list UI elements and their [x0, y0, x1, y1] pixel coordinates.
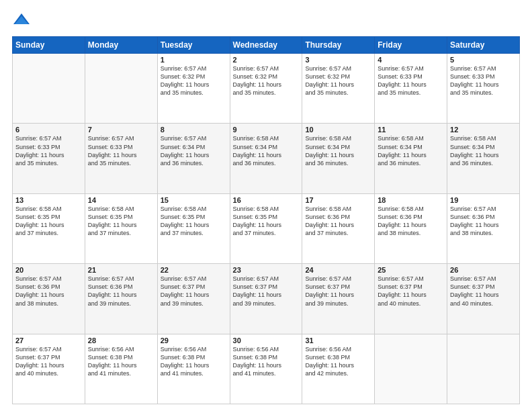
calendar-cell: 2Sunrise: 6:57 AM Sunset: 6:32 PM Daylig…: [230, 54, 302, 124]
calendar-cell: 28Sunrise: 6:56 AM Sunset: 6:38 PM Dayli…: [85, 334, 157, 404]
day-info: Sunrise: 6:57 AM Sunset: 6:36 PM Dayligh…: [15, 275, 82, 308]
day-number: 30: [233, 336, 300, 345]
day-number: 16: [233, 196, 300, 204]
day-number: 5: [450, 56, 517, 64]
day-number: 17: [305, 196, 371, 204]
day-info: Sunrise: 6:57 AM Sunset: 6:37 PM Dayligh…: [161, 275, 227, 308]
calendar-week-row: 1Sunrise: 6:57 AM Sunset: 6:32 PM Daylig…: [13, 54, 520, 124]
page: SundayMondayTuesdayWednesdayThursdayFrid…: [0, 0, 532, 411]
calendar-cell: 15Sunrise: 6:58 AM Sunset: 6:35 PM Dayli…: [157, 193, 230, 263]
day-number: 20: [15, 266, 82, 274]
day-info: Sunrise: 6:58 AM Sunset: 6:34 PM Dayligh…: [378, 134, 444, 167]
day-number: 4: [378, 56, 444, 64]
calendar-cell: 11Sunrise: 6:58 AM Sunset: 6:34 PM Dayli…: [375, 124, 447, 193]
day-info: Sunrise: 6:57 AM Sunset: 6:37 PM Dayligh…: [305, 275, 371, 308]
calendar-cell: 30Sunrise: 6:56 AM Sunset: 6:38 PM Dayli…: [230, 334, 302, 404]
calendar-cell: 1Sunrise: 6:57 AM Sunset: 6:32 PM Daylig…: [157, 54, 230, 124]
day-number: 3: [305, 56, 371, 64]
day-info: Sunrise: 6:57 AM Sunset: 6:37 PM Dayligh…: [450, 275, 517, 308]
day-number: 23: [233, 266, 300, 274]
day-info: Sunrise: 6:56 AM Sunset: 6:38 PM Dayligh…: [233, 345, 300, 378]
calendar-cell: 22Sunrise: 6:57 AM Sunset: 6:37 PM Dayli…: [157, 264, 230, 334]
day-info: Sunrise: 6:58 AM Sunset: 6:35 PM Dayligh…: [161, 205, 227, 238]
calendar-cell: 19Sunrise: 6:57 AM Sunset: 6:36 PM Dayli…: [447, 193, 520, 263]
weekday-header: Thursday: [302, 37, 375, 54]
day-number: 10: [305, 126, 371, 134]
calendar-cell: 17Sunrise: 6:58 AM Sunset: 6:36 PM Dayli…: [302, 193, 375, 263]
logo-icon: [12, 11, 31, 30]
calendar-cell: 18Sunrise: 6:58 AM Sunset: 6:36 PM Dayli…: [375, 193, 447, 263]
calendar-cell: 27Sunrise: 6:57 AM Sunset: 6:37 PM Dayli…: [13, 334, 85, 404]
calendar-cell: 13Sunrise: 6:58 AM Sunset: 6:35 PM Dayli…: [13, 193, 85, 263]
weekday-header: Sunday: [13, 37, 85, 54]
calendar-cell: 21Sunrise: 6:57 AM Sunset: 6:36 PM Dayli…: [85, 264, 157, 334]
day-number: 7: [88, 126, 154, 134]
day-number: 21: [88, 266, 154, 274]
calendar-cell: 23Sunrise: 6:57 AM Sunset: 6:37 PM Dayli…: [230, 264, 302, 334]
day-number: 9: [233, 126, 300, 134]
day-number: 11: [378, 126, 444, 134]
day-number: 15: [161, 196, 227, 204]
calendar-cell: [447, 334, 520, 404]
day-number: 29: [161, 336, 227, 345]
day-info: Sunrise: 6:57 AM Sunset: 6:32 PM Dayligh…: [233, 64, 300, 97]
calendar-week-row: 27Sunrise: 6:57 AM Sunset: 6:37 PM Dayli…: [13, 334, 520, 404]
calendar-cell: 6Sunrise: 6:57 AM Sunset: 6:33 PM Daylig…: [13, 124, 85, 193]
day-info: Sunrise: 6:58 AM Sunset: 6:35 PM Dayligh…: [15, 205, 82, 238]
weekday-header: Wednesday: [230, 37, 302, 54]
day-number: 31: [305, 336, 371, 345]
calendar-cell: 9Sunrise: 6:58 AM Sunset: 6:34 PM Daylig…: [230, 124, 302, 193]
day-info: Sunrise: 6:57 AM Sunset: 6:37 PM Dayligh…: [378, 275, 444, 308]
calendar-cell: 16Sunrise: 6:58 AM Sunset: 6:35 PM Dayli…: [230, 193, 302, 263]
calendar-week-row: 20Sunrise: 6:57 AM Sunset: 6:36 PM Dayli…: [13, 264, 520, 334]
weekday-header: Saturday: [447, 37, 520, 54]
day-number: 24: [305, 266, 371, 274]
day-info: Sunrise: 6:56 AM Sunset: 6:38 PM Dayligh…: [88, 345, 154, 378]
day-number: 22: [161, 266, 227, 274]
header: [12, 11, 520, 30]
day-number: 18: [378, 196, 444, 204]
day-info: Sunrise: 6:57 AM Sunset: 6:32 PM Dayligh…: [305, 64, 371, 97]
calendar-cell: [375, 334, 447, 404]
day-number: 6: [15, 126, 82, 134]
calendar-cell: 25Sunrise: 6:57 AM Sunset: 6:37 PM Dayli…: [375, 264, 447, 334]
calendar-table: SundayMondayTuesdayWednesdayThursdayFrid…: [12, 36, 520, 404]
logo: [12, 11, 34, 30]
day-info: Sunrise: 6:58 AM Sunset: 6:34 PM Dayligh…: [450, 134, 517, 167]
calendar-cell: [85, 54, 157, 124]
calendar-cell: 20Sunrise: 6:57 AM Sunset: 6:36 PM Dayli…: [13, 264, 85, 334]
calendar-cell: 31Sunrise: 6:56 AM Sunset: 6:38 PM Dayli…: [302, 334, 375, 404]
calendar-cell: 8Sunrise: 6:57 AM Sunset: 6:34 PM Daylig…: [157, 124, 230, 193]
day-info: Sunrise: 6:58 AM Sunset: 6:35 PM Dayligh…: [88, 205, 154, 238]
calendar-cell: 29Sunrise: 6:56 AM Sunset: 6:38 PM Dayli…: [157, 334, 230, 404]
day-info: Sunrise: 6:57 AM Sunset: 6:36 PM Dayligh…: [450, 205, 517, 238]
day-number: 14: [88, 196, 154, 204]
weekday-header-row: SundayMondayTuesdayWednesdayThursdayFrid…: [13, 37, 520, 54]
calendar-cell: 26Sunrise: 6:57 AM Sunset: 6:37 PM Dayli…: [447, 264, 520, 334]
day-info: Sunrise: 6:57 AM Sunset: 6:32 PM Dayligh…: [161, 64, 227, 97]
day-info: Sunrise: 6:57 AM Sunset: 6:33 PM Dayligh…: [378, 64, 444, 97]
calendar-cell: 10Sunrise: 6:58 AM Sunset: 6:34 PM Dayli…: [302, 124, 375, 193]
day-number: 26: [450, 266, 517, 274]
weekday-header: Friday: [375, 37, 447, 54]
weekday-header: Monday: [85, 37, 157, 54]
calendar-week-row: 6Sunrise: 6:57 AM Sunset: 6:33 PM Daylig…: [13, 124, 520, 193]
day-number: 1: [161, 56, 227, 64]
day-info: Sunrise: 6:57 AM Sunset: 6:37 PM Dayligh…: [15, 345, 82, 378]
day-info: Sunrise: 6:57 AM Sunset: 6:34 PM Dayligh…: [161, 134, 227, 167]
calendar-cell: 5Sunrise: 6:57 AM Sunset: 6:33 PM Daylig…: [447, 54, 520, 124]
weekday-header: Tuesday: [157, 37, 230, 54]
day-info: Sunrise: 6:58 AM Sunset: 6:34 PM Dayligh…: [305, 134, 371, 167]
day-info: Sunrise: 6:58 AM Sunset: 6:36 PM Dayligh…: [305, 205, 371, 238]
day-info: Sunrise: 6:57 AM Sunset: 6:33 PM Dayligh…: [88, 134, 154, 167]
day-number: 19: [450, 196, 517, 204]
day-info: Sunrise: 6:58 AM Sunset: 6:34 PM Dayligh…: [233, 134, 300, 167]
day-number: 25: [378, 266, 444, 274]
calendar-cell: 14Sunrise: 6:58 AM Sunset: 6:35 PM Dayli…: [85, 193, 157, 263]
day-number: 8: [161, 126, 227, 134]
day-info: Sunrise: 6:56 AM Sunset: 6:38 PM Dayligh…: [161, 345, 227, 378]
day-info: Sunrise: 6:57 AM Sunset: 6:33 PM Dayligh…: [450, 64, 517, 97]
calendar-cell: [13, 54, 85, 124]
calendar-cell: 3Sunrise: 6:57 AM Sunset: 6:32 PM Daylig…: [302, 54, 375, 124]
day-number: 28: [88, 336, 154, 345]
